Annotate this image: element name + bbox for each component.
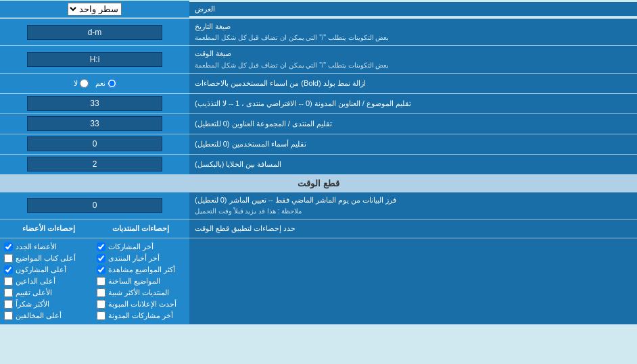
post-stat-6-checkbox[interactable] xyxy=(97,300,105,309)
display-select[interactable]: سطر واحد xyxy=(68,3,122,16)
forum-group-row: تقليم المنتدى / المجموعة العناوين (0 للت… xyxy=(0,114,637,134)
member-stat-3-checkbox[interactable] xyxy=(4,265,13,274)
date-format-row: صيغة التاريخ بعض التكوينات يتطلب "/" الت… xyxy=(0,19,637,46)
time-format-row: صيغة الوقت بعض التكوينات يتطلب "/" التي … xyxy=(0,46,637,73)
display-input-cell: سطر واحد xyxy=(0,1,189,18)
post-stat-5-checkbox[interactable] xyxy=(97,288,105,297)
member-stat-5: الأعلى تقييم xyxy=(4,287,93,298)
member-stat-2: أعلى كتاب المواضيع xyxy=(4,253,93,264)
post-stat-7: أخر مشاركات المدونة xyxy=(97,310,185,321)
post-stat-7-checkbox[interactable] xyxy=(97,311,105,320)
topic-subject-row: تقليم الموضوع / العناوين المدونة (0 -- ا… xyxy=(0,94,637,114)
posts-stats-header: إحصاءات المنتديات xyxy=(96,224,185,233)
stats-col-headers: إحصاءات المنتديات إحصاءات الأعضاء xyxy=(4,224,185,233)
member-stat-7-checkbox[interactable] xyxy=(4,311,13,320)
cell-spacing-row: المسافة بين الخلايا (بالبكسل) xyxy=(0,155,637,175)
bold-remove-input-cell: نعم لا xyxy=(0,74,189,93)
time-format-label: صيغة الوقت بعض التكوينات يتطلب "/" التي … xyxy=(189,46,637,72)
date-format-label: صيغة التاريخ بعض التكوينات يتطلب "/" الت… xyxy=(189,19,637,45)
time-cutoff-header: قطع الوقت xyxy=(0,175,637,192)
bold-no-label[interactable]: لا xyxy=(74,79,89,88)
member-stat-6-checkbox[interactable] xyxy=(4,300,13,309)
forum-group-input[interactable] xyxy=(27,116,162,131)
usernames-row: تقليم أسماء المستخدمين (0 للتعطيل) xyxy=(0,134,637,155)
members-stats-header: إحصاءات الأعضاء xyxy=(4,224,93,233)
topic-subject-label: تقليم الموضوع / العناوين المدونة (0 -- ا… xyxy=(189,94,637,113)
stats-items-container: أخر المشاركات أخر أخبار المنتدى أكثر الم… xyxy=(0,238,637,325)
post-stat-5: المنتديات الأكثر شبية xyxy=(97,287,185,298)
member-stat-5-checkbox[interactable] xyxy=(4,288,13,297)
member-stat-2-checkbox[interactable] xyxy=(4,254,13,263)
member-stat-3: أعلى المشاركون xyxy=(4,264,93,276)
stats-header-row: حدد إحصاءات لتطبيق قطع الوقت إحصاءات الم… xyxy=(0,219,637,238)
time-format-input[interactable] xyxy=(27,52,162,67)
bold-radio-group: نعم لا xyxy=(67,79,123,88)
member-stat-4: أعلى الداعين xyxy=(4,276,93,287)
bold-yes-radio[interactable] xyxy=(108,79,116,88)
stats-section: حدد إحصاءات لتطبيق قطع الوقت إحصاءات الم… xyxy=(0,219,637,325)
date-format-input-cell xyxy=(0,19,189,45)
stats-checkboxes: أخر المشاركات أخر أخبار المنتدى أكثر الم… xyxy=(0,238,189,324)
display-row: العرض سطر واحد xyxy=(0,0,637,19)
stats-empty-left xyxy=(189,238,637,324)
member-stat-1: الأعضاء الجدد xyxy=(4,241,93,253)
filter-days-input[interactable] xyxy=(27,198,162,213)
cell-spacing-input-cell xyxy=(0,155,189,174)
filter-days-label: فرز البيانات من يوم الماشر الماضي فقط --… xyxy=(189,192,637,219)
bold-remove-label: ازالة نمط بولد (Bold) من اسماء المستخدمي… xyxy=(189,74,637,93)
display-label: العرض xyxy=(189,2,637,16)
stats-columns-header: إحصاءات المنتديات إحصاءات الأعضاء xyxy=(0,219,189,238)
bold-remove-row: ازالة نمط بولد (Bold) من اسماء المستخدمي… xyxy=(0,74,637,94)
post-stat-4-checkbox[interactable] xyxy=(97,277,105,286)
forum-group-label: تقليم المنتدى / المجموعة العناوين (0 للت… xyxy=(189,114,637,134)
stats-apply-label: حدد إحصاءات لتطبيق قطع الوقت xyxy=(189,219,637,238)
usernames-input-cell xyxy=(0,134,189,154)
post-stat-2: أخر أخبار المنتدى xyxy=(97,253,185,264)
post-stat-1-checkbox[interactable] xyxy=(97,242,105,251)
topic-subject-input-cell xyxy=(0,94,189,113)
member-stat-1-checkbox[interactable] xyxy=(4,242,13,251)
member-stat-7: أعلى المخالفين xyxy=(4,310,93,321)
post-stat-2-checkbox[interactable] xyxy=(97,254,105,263)
time-format-input-cell xyxy=(0,46,189,72)
members-stats-col: الأعضاء الجدد أعلى كتاب المواضيع أعلى ال… xyxy=(4,241,93,321)
usernames-input[interactable] xyxy=(27,136,162,151)
cell-spacing-label: المسافة بين الخلايا (بالبكسل) xyxy=(189,155,637,174)
post-stat-3: أكثر المواضيع مشاهدة xyxy=(97,264,185,276)
filter-days-row: فرز البيانات من يوم الماشر الماضي فقط --… xyxy=(0,192,637,219)
forum-group-input-cell xyxy=(0,114,189,134)
bold-yes-label[interactable]: نعم xyxy=(95,79,116,88)
cell-spacing-input[interactable] xyxy=(27,157,162,172)
post-stat-6: أحدث الإعلانات المبوبة xyxy=(97,298,185,310)
topic-subject-input[interactable] xyxy=(27,96,162,111)
main-container: العرض سطر واحد صيغة التاريخ بعض التكوينا… xyxy=(0,0,637,325)
post-stat-3-checkbox[interactable] xyxy=(97,265,105,274)
member-stat-4-checkbox[interactable] xyxy=(4,277,13,286)
filter-days-input-cell xyxy=(0,192,189,219)
post-stat-1: أخر المشاركات xyxy=(97,241,185,253)
member-stat-6: الأكثر شكراً xyxy=(4,298,93,310)
bold-no-radio[interactable] xyxy=(80,79,89,88)
date-format-input[interactable] xyxy=(27,25,162,40)
posts-stats-col: أخر المشاركات أخر أخبار المنتدى أكثر الم… xyxy=(97,241,185,321)
usernames-label: تقليم أسماء المستخدمين (0 للتعطيل) xyxy=(189,134,637,154)
post-stat-4: المواضيع الساخنة xyxy=(97,276,185,287)
